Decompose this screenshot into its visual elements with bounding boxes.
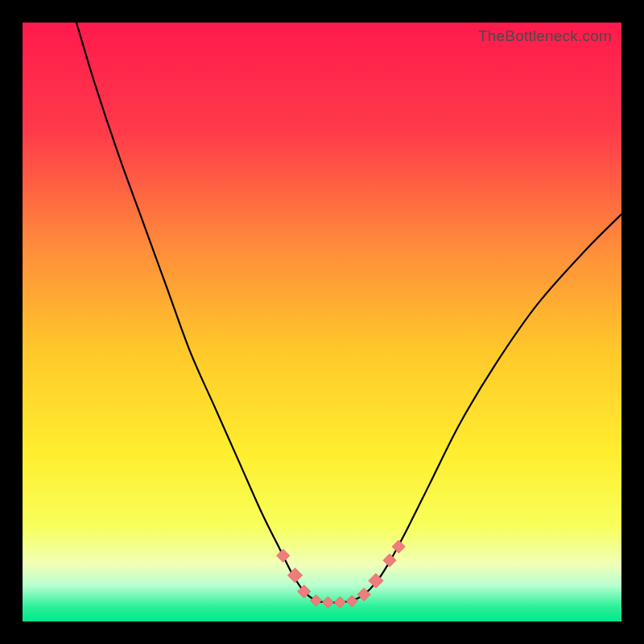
curve-marker — [277, 549, 290, 562]
curve-marker — [346, 596, 357, 607]
curve-marker — [322, 597, 333, 608]
curve-marker — [288, 568, 303, 583]
curve-marker — [357, 588, 370, 601]
curve-marker — [369, 573, 383, 588]
plot-area: TheBottleneck.com — [23, 23, 621, 621]
watermark-text: TheBottleneck.com — [478, 27, 612, 45]
curve-markers — [23, 23, 621, 621]
outer-frame: TheBottleneck.com — [0, 0, 644, 644]
curve-marker — [392, 540, 405, 553]
curve-marker — [383, 554, 396, 567]
curve-marker — [298, 585, 311, 598]
curve-marker — [334, 597, 345, 608]
curve-marker — [311, 595, 322, 606]
